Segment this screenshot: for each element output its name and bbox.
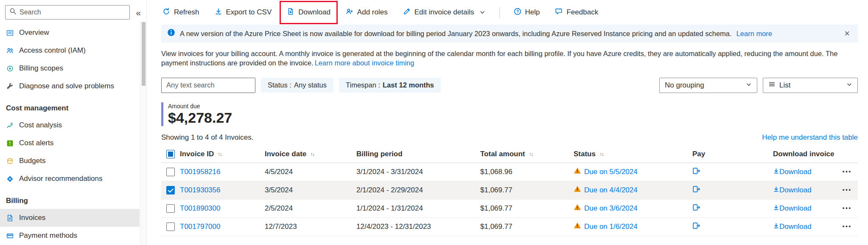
add-roles-icon bbox=[346, 8, 353, 17]
column-header-status[interactable]: Status bbox=[574, 150, 596, 158]
banner-learn-more-link[interactable]: Learn more bbox=[736, 30, 772, 38]
invoice-document-icon bbox=[6, 214, 14, 222]
row-checkbox[interactable] bbox=[166, 168, 175, 176]
search-icon bbox=[9, 8, 17, 17]
pay-icon bbox=[692, 169, 700, 177]
warning-icon bbox=[574, 185, 581, 195]
sidebar-item-advisor[interactable]: Advisor recommendations bbox=[0, 170, 140, 188]
refresh-button[interactable]: Refresh bbox=[161, 6, 201, 20]
table-header-row: Invoice ID↑↓ Invoice date↑↓ Billing peri… bbox=[161, 146, 858, 163]
pay-button[interactable] bbox=[692, 222, 700, 232]
status-due-link[interactable]: Due on 5/5/2024 bbox=[584, 168, 638, 176]
chevron-down-icon bbox=[746, 81, 752, 90]
amount-due-label: Amount due bbox=[168, 103, 232, 110]
refresh-icon bbox=[162, 8, 170, 17]
sidebar-item-budgets[interactable]: Budgets bbox=[0, 152, 140, 170]
sidebar-item-overview[interactable]: Overview bbox=[0, 24, 140, 42]
view-dropdown[interactable]: List bbox=[763, 78, 858, 93]
sidebar-item-billing-scopes[interactable]: Billing scopes bbox=[0, 59, 140, 77]
sort-icon: ↑↓ bbox=[310, 151, 314, 157]
sidebar-item-payment-methods[interactable]: Payment methods bbox=[0, 227, 140, 245]
column-header-total-amount[interactable]: Total amount bbox=[480, 150, 525, 158]
sidebar-item-invoices[interactable]: Invoices bbox=[0, 209, 140, 227]
sidebar-item-label: Billing scopes bbox=[19, 64, 63, 73]
row-checkbox[interactable] bbox=[166, 222, 175, 231]
timespan-filter-pill[interactable]: Timespan : Last 12 months bbox=[339, 78, 441, 93]
search-input[interactable] bbox=[20, 8, 126, 16]
pay-button[interactable] bbox=[692, 167, 700, 177]
amount-due-value: $4,278.27 bbox=[168, 110, 232, 126]
invoice-id-link[interactable]: T001930356 bbox=[180, 186, 220, 194]
table-row: T001890300 2/5/2024 1/1/2024 - 1/31/2024… bbox=[161, 200, 858, 218]
invoice-timing-link[interactable]: Learn more about invoice timing bbox=[315, 59, 414, 67]
sidebar-item-cost-analysis[interactable]: $ Cost analysis bbox=[0, 116, 140, 134]
timespan-filter-label: Timespan : bbox=[346, 81, 380, 89]
add-roles-button[interactable]: Add roles bbox=[344, 6, 389, 20]
download-button[interactable]: Download bbox=[286, 6, 332, 20]
text-search-input[interactable] bbox=[161, 78, 255, 93]
invoice-id-link[interactable]: T001797000 bbox=[180, 222, 220, 231]
status-due-link[interactable]: Due on 3/6/2024 bbox=[584, 204, 638, 213]
table-meta-row: Showing 1 to 4 of 4 Invoices. Help me un… bbox=[161, 133, 858, 142]
download-arrow-icon bbox=[773, 204, 779, 212]
column-header-invoice-id[interactable]: Invoice ID bbox=[180, 150, 214, 158]
sidebar-item-cost-alerts[interactable]: Cost alerts bbox=[0, 134, 140, 152]
invoice-id-link[interactable]: T001958216 bbox=[180, 168, 220, 176]
billing-period-cell: 1/1/2024 - 1/31/2024 bbox=[356, 204, 480, 213]
sidebar-scrollbar[interactable] bbox=[140, 21, 146, 245]
toolbar-divider bbox=[499, 7, 500, 18]
more-options-button[interactable]: … bbox=[841, 182, 853, 193]
more-icon: … bbox=[842, 182, 852, 193]
sidebar-item-access-control[interactable]: Access control (IAM) bbox=[0, 42, 140, 59]
more-options-button[interactable]: … bbox=[841, 163, 853, 175]
invoice-date-cell: 4/5/2024 bbox=[265, 168, 356, 176]
download-invoice-label: Download bbox=[779, 168, 812, 176]
download-invoice-link[interactable]: Download bbox=[773, 168, 812, 176]
table-help-link[interactable]: Help me understand this table bbox=[762, 133, 858, 142]
sidebar-section-cost-management: Cost management bbox=[0, 95, 140, 116]
command-bar: Refresh Export to CSV Download Add roles… bbox=[161, 0, 858, 25]
pay-button[interactable] bbox=[692, 203, 700, 214]
feedback-button[interactable]: Feedback bbox=[554, 6, 599, 20]
description-text: View invoices for your billing account. … bbox=[161, 50, 837, 67]
more-options-button[interactable]: … bbox=[841, 200, 853, 211]
download-invoice-link[interactable]: Download bbox=[773, 204, 812, 213]
invoice-id-link[interactable]: T001890300 bbox=[180, 204, 220, 213]
list-view-icon bbox=[768, 81, 776, 90]
status-due-link[interactable]: Due on 4/4/2024 bbox=[584, 186, 638, 194]
banner-close-button[interactable]: × bbox=[842, 29, 852, 38]
view-value: List bbox=[779, 81, 843, 90]
invoice-date-cell: 2/5/2024 bbox=[265, 204, 356, 213]
status-filter-pill[interactable]: Status : Any status bbox=[261, 78, 333, 93]
column-header-invoice-date[interactable]: Invoice date bbox=[265, 150, 306, 158]
banner-message: A new version of the Azure Price Sheet i… bbox=[180, 30, 732, 38]
more-options-button[interactable]: … bbox=[841, 218, 853, 230]
edit-invoice-details-button[interactable]: Edit invoice details bbox=[402, 6, 487, 20]
sidebar-item-diagnose[interactable]: Diagnose and solve problems bbox=[0, 77, 140, 95]
row-checkbox[interactable] bbox=[166, 204, 175, 213]
help-button[interactable]: ? Help bbox=[512, 6, 541, 20]
select-all-checkbox[interactable] bbox=[166, 150, 175, 158]
main-content: Refresh Export to CSV Download Add roles… bbox=[147, 0, 868, 245]
annotation-highlight: Download bbox=[286, 6, 332, 20]
advisor-icon bbox=[6, 175, 14, 183]
row-checkbox[interactable] bbox=[166, 186, 175, 194]
download-label: Download bbox=[298, 8, 330, 17]
pay-icon bbox=[692, 187, 700, 195]
warning-icon bbox=[574, 203, 581, 213]
more-icon: … bbox=[842, 200, 852, 211]
export-icon bbox=[215, 8, 222, 17]
column-header-billing-period[interactable]: Billing period bbox=[356, 150, 403, 158]
status-filter-value: Any status bbox=[294, 81, 327, 89]
sidebar-collapse-button[interactable]: « bbox=[134, 7, 143, 18]
scrollbar-thumb[interactable] bbox=[142, 22, 146, 86]
grouping-dropdown[interactable]: No grouping bbox=[659, 78, 757, 93]
pay-button[interactable] bbox=[692, 185, 700, 195]
download-invoice-link[interactable]: Download bbox=[773, 186, 812, 194]
download-arrow-icon bbox=[773, 186, 779, 194]
sidebar: « Overview Access control (IAM) Billing … bbox=[0, 0, 147, 245]
download-invoice-link[interactable]: Download bbox=[773, 222, 812, 231]
status-due-link[interactable]: Due on 1/6/2024 bbox=[584, 222, 638, 231]
access-control-icon bbox=[6, 47, 14, 54]
export-csv-button[interactable]: Export to CSV bbox=[213, 6, 273, 20]
